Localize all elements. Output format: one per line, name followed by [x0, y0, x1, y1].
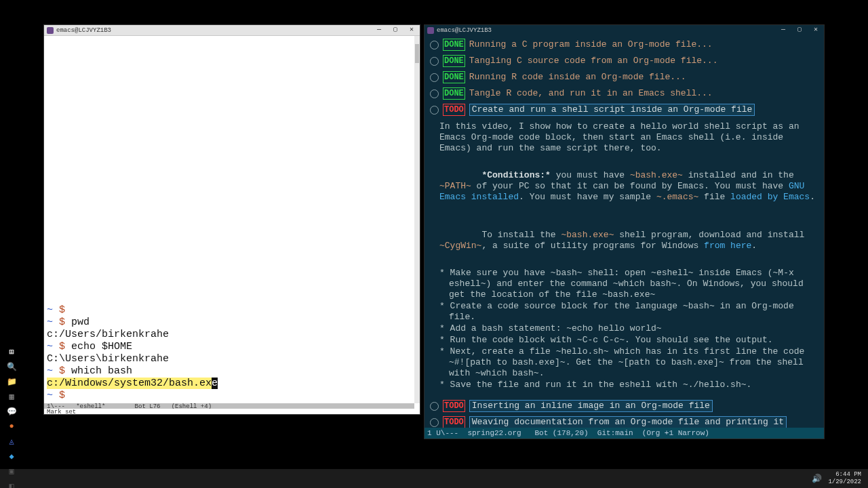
radio-icon: [430, 89, 439, 98]
emacs-window-left: emacs@LCJVYZ1B3 — ▢ ✕ ~ $ ~ $ pwdc:/User…: [43, 24, 420, 415]
modeline-left: 1\--- *eshell* Bot L76 (Eshell +4): [44, 403, 414, 409]
eshell-buffer[interactable]: ~ $ ~ $ pwdc:/Users/birkenkrahe~ $ echo …: [44, 36, 414, 403]
loaded-by-emacs-link[interactable]: loaded by Emacs: [730, 192, 810, 202]
radio-icon: [430, 73, 439, 82]
taskbar-app-icon[interactable]: ◧: [4, 479, 19, 488]
maximize-button[interactable]: ▢: [387, 25, 403, 36]
maximize-button[interactable]: ▢: [791, 25, 808, 36]
taskbar-app-icon[interactable]: ▦: [4, 389, 19, 404]
close-button[interactable]: ✕: [403, 25, 420, 36]
radio-icon: [430, 41, 439, 49]
org-buffer[interactable]: DONERunning a C program inside an Org-mo…: [425, 36, 824, 428]
org-headline[interactable]: DONETangling C source code from an Org-m…: [430, 55, 818, 67]
radio-icon: [430, 57, 439, 66]
radio-icon: [430, 402, 439, 411]
org-headline[interactable]: TODOWeaving documentation from an Org-mo…: [430, 416, 818, 428]
org-keyword: DONE: [443, 87, 465, 100]
from-here-link[interactable]: from here: [704, 241, 751, 251]
window-title: emacs@LCJVYZ1B3: [437, 27, 492, 34]
org-list-item: Add a bash statement: ~echo hello world~: [439, 323, 818, 334]
org-keyword: DONE: [443, 71, 465, 83]
org-keyword: TODO: [443, 104, 465, 116]
terminal-line: c:/Users/birkenkrahe: [47, 329, 412, 341]
terminal-line: ~ $: [47, 390, 412, 402]
terminal-line: c:/Windows/system32/bash.exe: [47, 378, 412, 390]
org-headline[interactable]: DONERunning a C program inside an Org-mo…: [430, 39, 818, 51]
org-headline-text: Inserting an inline image in an Org-mode…: [469, 400, 713, 412]
taskbar-clock[interactable]: 6:44 PM 1/29/2022: [828, 471, 861, 486]
org-keyword: DONE: [443, 55, 465, 67]
close-button[interactable]: ✕: [808, 25, 824, 36]
window-title: emacs@LCJVYZ1B3: [56, 27, 111, 34]
titlebar-left[interactable]: emacs@LCJVYZ1B3 — ▢ ✕: [44, 25, 420, 36]
emacs-window-right: emacs@LCJVYZ1B3 — ▢ ✕ DONERunning a C pr…: [424, 24, 825, 439]
org-keyword: TODO: [443, 400, 465, 412]
org-headline-text: Running R code inside an Org-mode file..…: [469, 72, 686, 83]
app-icon: [47, 27, 54, 34]
org-list-item: Save the file and run it in the eshell w…: [439, 380, 818, 390]
org-headline[interactable]: DONERunning R code inside an Org-mode fi…: [430, 71, 818, 83]
taskbar-app-icon[interactable]: ⊞: [4, 344, 19, 359]
org-headline-text: Weaving documentation from an Org-mode f…: [469, 416, 787, 428]
org-list-item: Make sure you have ~bash~ shell: open ~e…: [439, 268, 818, 300]
app-icon: [427, 27, 434, 34]
org-list-item: Run the code block with ~C-c C-c~. You s…: [439, 335, 818, 346]
org-list-item: Next, create a file ~hello.sh~ which has…: [439, 346, 818, 379]
org-headline-text: Running a C program inside an Org-mode f…: [469, 39, 713, 50]
org-headline-text: Tangle R code, and run it in an Emacs sh…: [469, 88, 713, 99]
org-keyword: TODO: [443, 416, 465, 428]
org-headline-text: Tangling C source code from an Org-mode …: [469, 56, 718, 66]
org-headline[interactable]: DONETangle R code, and run it in an Emac…: [430, 87, 818, 100]
org-paragraph: To install the ~bash.exe~ shell program,…: [439, 219, 818, 262]
org-paragraph: *Conditions:* you must have ~bash.exe~ i…: [439, 159, 818, 214]
terminal-line: C:\Users\birkenkrahe: [47, 353, 412, 365]
radio-icon: [430, 106, 439, 115]
taskbar-app-icon[interactable]: ●: [4, 419, 19, 434]
terminal-line: ~ $ pwd: [47, 317, 412, 329]
minibuffer: Mark set: [44, 409, 414, 414]
org-keyword: DONE: [443, 39, 465, 51]
org-headline[interactable]: TODOCreate and run a shell script inside…: [430, 104, 818, 116]
radio-icon: [430, 418, 439, 427]
terminal-line: ~ $ which bash: [47, 365, 412, 378]
scrollbar-thumb[interactable]: [415, 44, 419, 63]
taskbar-app-icon[interactable]: 🔍: [4, 359, 19, 374]
terminal-line: ~ $ echo $HOME: [47, 341, 412, 353]
scrollbar[interactable]: [414, 36, 420, 403]
taskbar-app-icon[interactable]: ◆: [4, 449, 19, 464]
org-paragraph: In this video, I show how to create a he…: [439, 121, 818, 154]
minimize-button[interactable]: —: [371, 25, 387, 36]
org-headline-text: Create and run a shell script inside an …: [469, 104, 755, 116]
taskbar-app-icon[interactable]: 📁: [4, 374, 19, 389]
titlebar-right[interactable]: emacs@LCJVYZ1B3 — ▢ ✕: [425, 25, 824, 36]
taskbar[interactable]: ⊞🔍📁▦💬●◬◆▣◧◉🦊◯◘e◗🔆▭ 🔊 6:44 PM 1/29/2022: [0, 469, 868, 488]
terminal-line: ~ $: [47, 304, 412, 317]
org-headline[interactable]: TODOInserting an inline image in an Org-…: [430, 400, 818, 412]
modeline-right: 1 U\--- spring22.org Bot (178,20) Git:ma…: [425, 428, 824, 439]
taskbar-app-icon[interactable]: ◬: [4, 434, 19, 449]
org-list-item: Create a code source block for the langu…: [439, 301, 818, 323]
tray-sound-icon[interactable]: 🔊: [809, 471, 824, 486]
minimize-button[interactable]: —: [775, 25, 791, 36]
taskbar-app-icon[interactable]: 💬: [4, 404, 19, 419]
taskbar-app-icon[interactable]: ▣: [4, 464, 19, 479]
